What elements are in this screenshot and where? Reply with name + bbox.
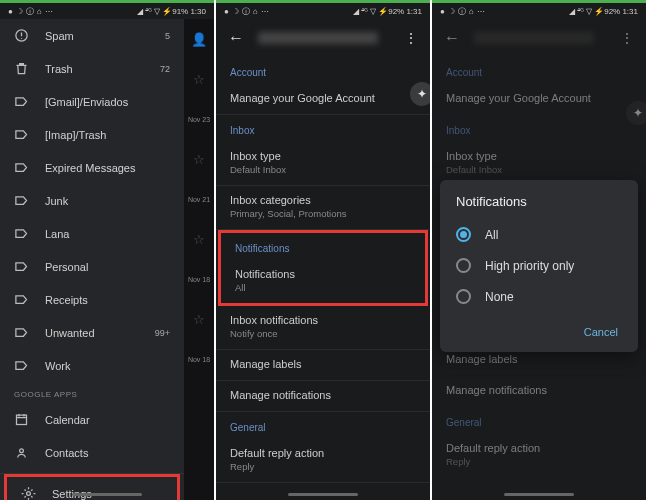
drawer-receipts[interactable]: Receipts (0, 283, 184, 316)
calendar-icon (14, 412, 29, 427)
manage-notifications[interactable]: Manage notifications (216, 381, 430, 412)
drawer-calendar[interactable]: Calendar (0, 403, 184, 436)
notifications-item[interactable]: NotificationsAll (221, 260, 425, 303)
label-icon (14, 325, 29, 340)
radio-icon (456, 289, 471, 304)
appbar: ← ⋮ (216, 19, 430, 57)
label-icon (14, 94, 29, 109)
overflow-icon[interactable]: ⋮ (404, 30, 418, 46)
drawer-spam[interactable]: Spam5 (0, 19, 184, 52)
drawer-imap-trash[interactable]: [Imap]/Trash (0, 118, 184, 151)
nav-drawer: Spam5 Trash72 [Gmail]/Enviados [Imap]/Tr… (0, 19, 184, 500)
drawer-unwanted[interactable]: Unwanted99+ (0, 316, 184, 349)
option-all[interactable]: All (456, 219, 622, 250)
option-none[interactable]: None (456, 281, 622, 312)
inbox-type[interactable]: Inbox typeDefault Inbox (216, 142, 430, 186)
screen-dialog: ●☽ⓘ⌂⋯ ◢ ⁴ᴳ ▽ ⚡92% 1:31 ←⋮ ✦ Account Mana… (432, 0, 646, 500)
drawer-work[interactable]: Work (0, 349, 184, 382)
drawer-count: 5 (165, 31, 170, 41)
drawer-gmail-enviados[interactable]: [Gmail]/Enviados (0, 85, 184, 118)
status-bar: ●☽ⓘ⌂⋯ ◢ ⁴ᴳ ▽ ⚡92% 1:31 (216, 3, 430, 19)
back-icon[interactable]: ← (228, 29, 244, 47)
label-icon (14, 160, 29, 175)
section-notifications: Notifications (221, 233, 425, 260)
status-bar: ●☽ⓘ⌂⋯ ◢ ⁴ᴳ ▽ ⚡91% 1:30 (0, 3, 214, 19)
inbox-notifications[interactable]: Inbox notificationsNotify once (216, 306, 430, 350)
spam-icon (14, 28, 29, 43)
notifications-dialog: Notifications All High priority only Non… (440, 180, 638, 352)
manage-labels[interactable]: Manage labels (216, 350, 430, 381)
gear-icon (21, 486, 36, 500)
account-avatar[interactable]: ✦ (410, 82, 430, 106)
home-indicator[interactable] (288, 493, 358, 496)
label-icon (14, 259, 29, 274)
svg-point-2 (20, 449, 24, 453)
inbox-peek: 👤 ☆ Nov 23 ☆ Nov 21 ☆ Nov 18 ☆ Nov 18 (184, 19, 214, 500)
drawer-personal[interactable]: Personal (0, 250, 184, 283)
google-apps-header: GOOGLE APPS (0, 382, 184, 403)
radio-icon (456, 227, 471, 242)
notifications-highlight: Notifications NotificationsAll (218, 230, 428, 306)
default-reply[interactable]: Default reply actionReply (216, 439, 430, 483)
label-icon (14, 226, 29, 241)
account-email-blurred (258, 32, 378, 44)
label-icon (14, 127, 29, 142)
label-icon (14, 292, 29, 307)
drawer-settings[interactable]: Settings (7, 477, 177, 500)
screen-settings: ●☽ⓘ⌂⋯ ◢ ⁴ᴳ ▽ ⚡92% 1:31 ← ⋮ ✦ Account Man… (216, 0, 430, 500)
svg-rect-1 (17, 415, 27, 424)
label-icon (14, 358, 29, 373)
dialog-title: Notifications (456, 194, 622, 209)
status-bar: ●☽ⓘ⌂⋯ ◢ ⁴ᴳ ▽ ⚡92% 1:31 (432, 3, 646, 19)
manage-account[interactable]: Manage your Google Account (216, 84, 430, 115)
screen-drawer: ●☽ⓘ⌂⋯ ◢ ⁴ᴳ ▽ ⚡91% 1:30 👤 ☆ Nov 23 ☆ Nov … (0, 0, 214, 500)
drawer-label: Spam (45, 30, 149, 42)
section-general: General (216, 412, 430, 439)
contacts-icon (14, 445, 29, 460)
radio-icon (456, 258, 471, 273)
svg-point-3 (27, 492, 31, 496)
option-high-priority[interactable]: High priority only (456, 250, 622, 281)
inbox-categories[interactable]: Inbox categoriesPrimary, Social, Promoti… (216, 186, 430, 230)
settings-highlight: Settings (4, 474, 180, 500)
home-indicator[interactable] (72, 493, 142, 496)
section-account: Account (216, 57, 430, 84)
drawer-trash[interactable]: Trash72 (0, 52, 184, 85)
label-icon (14, 193, 29, 208)
home-indicator[interactable] (504, 493, 574, 496)
trash-icon (14, 61, 29, 76)
cancel-button[interactable]: Cancel (580, 320, 622, 344)
drawer-junk[interactable]: Junk (0, 184, 184, 217)
drawer-lana[interactable]: Lana (0, 217, 184, 250)
section-inbox: Inbox (216, 115, 430, 142)
drawer-expired[interactable]: Expired Messages (0, 151, 184, 184)
drawer-contacts[interactable]: Contacts (0, 436, 184, 469)
